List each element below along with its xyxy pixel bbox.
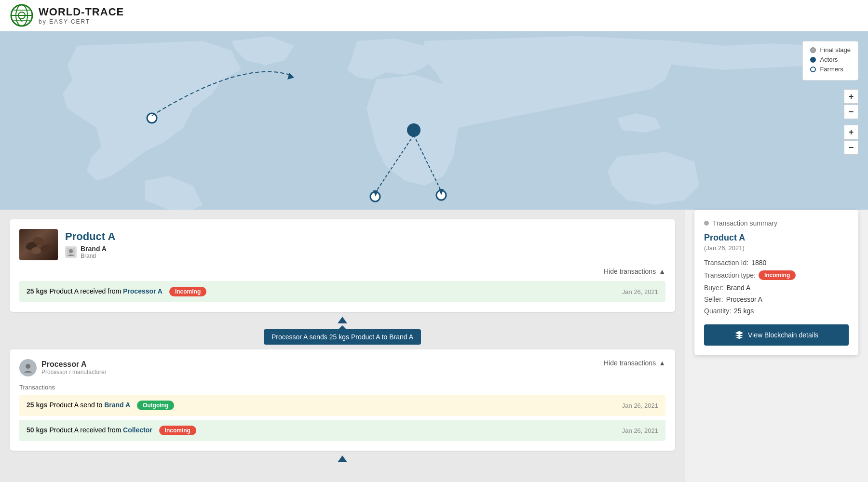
product-image bbox=[19, 229, 58, 260]
product-tx-date: Jan 26, 2021 bbox=[622, 288, 658, 295]
header: WORLD-TRACE by EASY-CERT bbox=[0, 0, 868, 31]
transactions-label: Transactions bbox=[19, 384, 665, 391]
summary-buyer-row: Buyer: Brand A bbox=[704, 284, 849, 292]
product-image-inner bbox=[19, 229, 58, 260]
processor-name: Processor A bbox=[41, 360, 107, 369]
processor-icon bbox=[19, 359, 37, 376]
chevron-up-icon: ▲ bbox=[659, 268, 665, 275]
transaction-type-badge: Incoming bbox=[759, 270, 796, 280]
farmers-label: Farmers bbox=[820, 66, 843, 73]
processor-type: Processor / manufacturer bbox=[41, 369, 107, 375]
svg-point-9 bbox=[407, 123, 420, 137]
actors-dot bbox=[810, 57, 816, 63]
summary-transaction-type-row: Transaction type: Incoming bbox=[704, 270, 849, 280]
transaction-summary-panel: Transaction summary Product A (Jan 26, 2… bbox=[694, 210, 858, 355]
processor-out-date: Jan 26, 2021 bbox=[622, 402, 658, 409]
processor-out-desc: Product A send to bbox=[49, 401, 104, 409]
summary-date: (Jan 26, 2021) bbox=[704, 244, 849, 252]
actors-label: Actors bbox=[820, 56, 838, 63]
summary-title: Transaction summary bbox=[704, 219, 849, 227]
processor-info: Processor A Processor / manufacturer bbox=[41, 360, 107, 375]
processor-incoming-badge-container: Incoming bbox=[159, 426, 196, 434]
zoom-in-button-2[interactable]: + bbox=[844, 125, 858, 139]
logo-text: WORLD-TRACE by EASY-CERT bbox=[39, 6, 124, 25]
logo-subtitle: by EASY-CERT bbox=[39, 18, 124, 25]
product-transaction-row: 25 kgs Product A received from Processor… bbox=[19, 281, 665, 302]
blockchain-btn-label: View Blockchain details bbox=[748, 331, 818, 339]
seller-label: Seller: bbox=[704, 295, 723, 303]
bottom-arrow-icon bbox=[338, 455, 347, 462]
summary-quantity-row: Quantity: 25 kgs bbox=[704, 307, 849, 315]
zoom-in-button[interactable]: + bbox=[844, 89, 858, 104]
product-transaction-text: 25 kgs Product A received from Processor… bbox=[27, 287, 206, 296]
processor-incoming-transaction: 50 kgs Product A received from Collector… bbox=[19, 420, 665, 441]
tooltip-container bbox=[10, 317, 675, 325]
buyer-label: Buyer: bbox=[704, 284, 723, 292]
logo-title: WORLD-TRACE bbox=[39, 6, 124, 18]
bottom-arrow-container bbox=[10, 455, 675, 462]
outgoing-badge-container: Outgoing bbox=[137, 401, 174, 409]
arrow-up-indicator bbox=[338, 317, 347, 323]
map-controls: + − + − bbox=[844, 89, 858, 155]
brand-small-icon bbox=[67, 248, 75, 256]
transaction-id-label: Transaction Id: bbox=[704, 259, 748, 267]
processor-in-date: Jan 26, 2021 bbox=[622, 427, 658, 434]
product-tx-badge-container: Incoming bbox=[169, 287, 206, 295]
processor-in-source: Collector bbox=[123, 426, 152, 434]
tooltip-bubble-container: Processor A sends 25 kgs Product A to Br… bbox=[10, 329, 675, 345]
processor-in-desc: Product A received from bbox=[49, 426, 123, 434]
processor-card: Processor A Processor / manufacturer Hid… bbox=[10, 349, 675, 451]
zoom-out-button[interactable]: − bbox=[844, 105, 858, 119]
brand-name: Brand A bbox=[81, 245, 107, 253]
processor-incoming-text: 50 kgs Product A received from Collector… bbox=[27, 426, 196, 435]
legend-item-actors: Actors bbox=[810, 56, 851, 63]
processor-outgoing-transaction: 25 kgs Product A send to Brand A Outgoin… bbox=[19, 395, 665, 416]
hide-transactions-label-product: Hide transactions bbox=[604, 268, 656, 275]
world-map bbox=[0, 31, 868, 210]
legend-item-farmers: Farmers bbox=[810, 66, 851, 73]
tooltip-bubble: Processor A sends 25 kgs Product A to Br… bbox=[264, 329, 421, 345]
product-info: Product A Brand A Brand bbox=[65, 230, 115, 259]
product-tx-source: Processor A bbox=[123, 287, 163, 295]
blockchain-icon bbox=[734, 330, 744, 340]
summary-seller-row: Seller: Processor A bbox=[704, 295, 849, 303]
map-legend: Final stage Actors Farmers bbox=[802, 41, 858, 80]
product-tx-desc: Product A received from bbox=[49, 287, 123, 295]
processor-in-quantity: 50 kgs bbox=[27, 426, 48, 434]
product-card: Product A Brand A Brand bbox=[10, 219, 675, 312]
farmers-dot bbox=[810, 67, 816, 72]
buyer-value: Brand A bbox=[726, 284, 750, 292]
processor-avatar-icon bbox=[23, 362, 33, 373]
product-card-header-row: Hide transactions ▲ bbox=[19, 268, 665, 275]
processor-incoming-badge: Incoming bbox=[159, 426, 196, 435]
summary-dot bbox=[704, 221, 709, 226]
processor-header: Processor A Processor / manufacturer bbox=[19, 359, 107, 376]
chevron-up-icon-processor: ▲ bbox=[659, 359, 665, 367]
svg-point-22 bbox=[69, 249, 73, 253]
quantity-label: Quantity: bbox=[704, 307, 731, 315]
view-blockchain-button[interactable]: View Blockchain details bbox=[704, 324, 849, 346]
product-tx-quantity: 25 kgs bbox=[27, 287, 48, 295]
hide-transactions-button-product[interactable]: Hide transactions ▲ bbox=[604, 268, 665, 275]
outgoing-badge: Outgoing bbox=[137, 401, 174, 410]
final-stage-dot bbox=[810, 47, 816, 53]
content-area: Product A Brand A Brand bbox=[0, 210, 685, 482]
product-incoming-badge: Incoming bbox=[169, 287, 206, 296]
summary-title-text: Transaction summary bbox=[713, 219, 777, 227]
logo-container: WORLD-TRACE by EASY-CERT bbox=[10, 3, 124, 27]
brand-icon bbox=[65, 246, 77, 258]
brand-name-container: Brand A Brand bbox=[81, 245, 107, 259]
legend-item-final: Final stage bbox=[810, 46, 851, 54]
final-stage-label: Final stage bbox=[820, 46, 851, 54]
map-container: Final stage Actors Farmers + − + − bbox=[0, 31, 868, 210]
zoom-out-button-2[interactable]: − bbox=[844, 140, 858, 155]
processor-out-quantity: 25 kgs bbox=[27, 401, 48, 409]
processor-out-target: Brand A bbox=[104, 401, 130, 409]
hide-transactions-button-processor[interactable]: Hide transactions ▲ bbox=[604, 359, 665, 367]
summary-transaction-id-row: Transaction Id: 1880 bbox=[704, 259, 849, 267]
summary-product-name: Product A bbox=[704, 233, 849, 243]
brand-row: Brand A Brand bbox=[65, 245, 115, 259]
brand-type: Brand bbox=[81, 253, 107, 259]
transaction-type-label: Transaction type: bbox=[704, 271, 756, 279]
svg-point-19 bbox=[40, 244, 52, 253]
